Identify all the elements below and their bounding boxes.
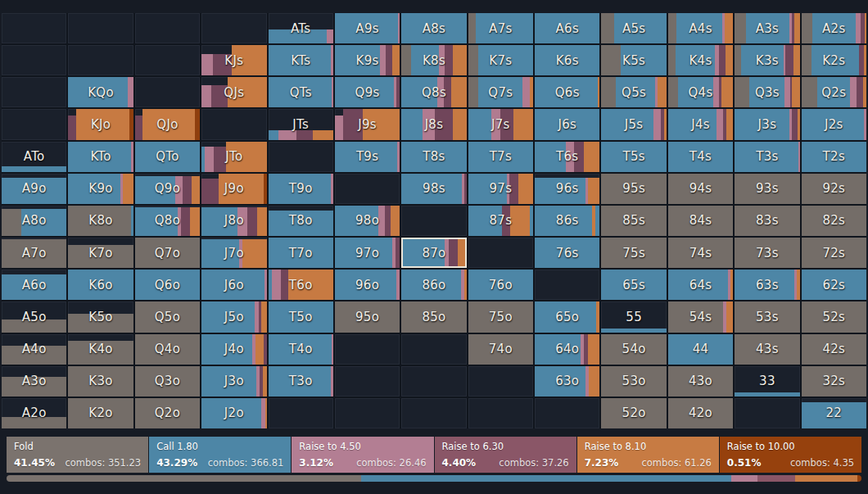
hand-cell-93s[interactable]: 93s <box>735 174 799 204</box>
hand-cell-ATs[interactable]: ATs <box>269 13 333 43</box>
hand-cell-42s[interactable]: 42s <box>802 334 866 365</box>
hand-cell-Q5o[interactable]: Q5o <box>135 301 200 332</box>
hand-cell-Q6s[interactable]: Q6s <box>535 77 599 107</box>
hand-cell-K2o[interactable]: K2o <box>68 398 133 428</box>
hand-cell-T4s[interactable]: T4s <box>668 142 733 172</box>
hand-cell-K7o[interactable]: K7o <box>68 238 133 268</box>
hand-cell-J2o[interactable]: J2o <box>201 398 266 428</box>
hand-cell-A3o[interactable]: A3o <box>2 366 66 397</box>
hand-cell-86s[interactable]: 86s <box>535 206 599 236</box>
hand-cell-92s[interactable]: 92s <box>802 174 866 204</box>
hand-cell-QJs[interactable]: QJs <box>201 77 266 107</box>
hand-cell-K8s[interactable]: K8s <box>401 45 466 75</box>
hand-cell-Q5s[interactable]: Q5s <box>601 77 666 107</box>
hand-cell-T7s[interactable]: T7s <box>468 142 533 172</box>
hand-cell-K5o[interactable]: K5o <box>68 301 133 332</box>
hand-cell-Q9o[interactable]: Q9o <box>135 174 200 204</box>
hand-cell-T2s[interactable]: T2s <box>802 142 866 172</box>
legend-raise-8-10[interactable]: Raise to 8.10 7.23% combos: 61.26 <box>577 437 719 473</box>
hand-cell-empty[interactable] <box>735 398 799 428</box>
hand-cell-KJs[interactable]: KJs <box>201 45 266 75</box>
hand-cell-empty[interactable] <box>201 109 266 139</box>
hand-cell-97o[interactable]: 97o <box>335 238 400 268</box>
hand-cell-A7s[interactable]: A7s <box>468 13 533 43</box>
hand-cell-empty[interactable] <box>535 270 599 300</box>
hand-cell-J5o[interactable]: J5o <box>201 301 266 332</box>
hand-cell-QJo[interactable]: QJo <box>135 109 200 139</box>
hand-cell-A7o[interactable]: A7o <box>2 238 66 268</box>
hand-cell-76o[interactable]: 76o <box>468 270 533 300</box>
hand-cell-T5o[interactable]: T5o <box>269 301 333 332</box>
hand-cell-22[interactable]: 22 <box>802 398 866 428</box>
hand-cell-A4s[interactable]: A4s <box>668 13 733 43</box>
hand-cell-T3s[interactable]: T3s <box>735 142 799 172</box>
hand-cell-98s[interactable]: 98s <box>401 174 466 204</box>
hand-cell-T6s[interactable]: T6s <box>535 142 599 172</box>
hand-cell-63o[interactable]: 63o <box>535 366 599 397</box>
hand-cell-64s[interactable]: 64s <box>668 270 733 300</box>
hand-cell-54o[interactable]: 54o <box>601 334 666 365</box>
hand-cell-KTs[interactable]: KTs <box>269 45 333 75</box>
hand-cell-J5s[interactable]: J5s <box>601 109 666 139</box>
hand-cell-32s[interactable]: 32s <box>802 366 866 397</box>
hand-cell-T6o[interactable]: T6o <box>269 270 333 300</box>
hand-cell-94s[interactable]: 94s <box>668 174 733 204</box>
hand-cell-K4s[interactable]: K4s <box>668 45 733 75</box>
hand-cell-Q3o[interactable]: Q3o <box>135 366 200 397</box>
legend-raise-10-00[interactable]: Raise to 10.00 0.51% combos: 4.35 <box>720 437 861 473</box>
hand-cell-87s[interactable]: 87s <box>468 206 533 236</box>
hand-cell-52o[interactable]: 52o <box>601 398 666 428</box>
hand-cell-empty[interactable] <box>401 334 466 365</box>
hand-cell-44[interactable]: 44 <box>668 334 733 365</box>
hand-cell-K3o[interactable]: K3o <box>68 366 133 397</box>
hand-cell-T5s[interactable]: T5s <box>601 142 666 172</box>
hand-cell-97s[interactable]: 97s <box>468 174 533 204</box>
hand-cell-85s[interactable]: 85s <box>601 206 666 236</box>
hand-cell-J4s[interactable]: J4s <box>668 109 733 139</box>
hand-cell-Q4s[interactable]: Q4s <box>668 77 733 107</box>
hand-cell-J8o[interactable]: J8o <box>201 206 266 236</box>
hand-cell-98o[interactable]: 98o <box>335 206 400 236</box>
hand-cell-J6o[interactable]: J6o <box>201 270 266 300</box>
hand-cell-empty[interactable] <box>335 334 400 365</box>
hand-cell-42o[interactable]: 42o <box>668 398 733 428</box>
hand-cell-KJo[interactable]: KJo <box>68 109 133 139</box>
hand-cell-82s[interactable]: 82s <box>802 206 866 236</box>
legend-raise-4-50[interactable]: Raise to 4.50 3.12% combos: 26.46 <box>292 437 433 473</box>
hand-cell-empty[interactable] <box>2 109 66 139</box>
hand-cell-52s[interactable]: 52s <box>802 301 866 332</box>
hand-cell-A2o[interactable]: A2o <box>2 398 66 428</box>
legend-raise-6-30[interactable]: Raise to 6.30 4.40% combos: 37.26 <box>435 437 576 473</box>
hand-cell-empty[interactable] <box>135 45 200 75</box>
hand-cell-empty[interactable] <box>135 77 200 107</box>
hand-cell-63s[interactable]: 63s <box>735 270 799 300</box>
hand-cell-Q8s[interactable]: Q8s <box>401 77 466 107</box>
hand-cell-86o[interactable]: 86o <box>401 270 466 300</box>
hand-cell-A9o[interactable]: A9o <box>2 174 66 204</box>
hand-cell-Q2o[interactable]: Q2o <box>135 398 200 428</box>
hand-cell-J7s[interactable]: J7s <box>468 109 533 139</box>
hand-cell-K8o[interactable]: K8o <box>68 206 133 236</box>
hand-cell-53o[interactable]: 53o <box>601 366 666 397</box>
hand-cell-Q8o[interactable]: Q8o <box>135 206 200 236</box>
hand-cell-empty[interactable] <box>68 13 133 43</box>
hand-cell-J3s[interactable]: J3s <box>735 109 799 139</box>
hand-cell-95o[interactable]: 95o <box>335 301 400 332</box>
hand-cell-64o[interactable]: 64o <box>535 334 599 365</box>
hand-cell-Q2s[interactable]: Q2s <box>802 77 866 107</box>
hand-cell-empty[interactable] <box>401 206 466 236</box>
hand-cell-55[interactable]: 55 <box>601 301 666 332</box>
hand-cell-empty[interactable] <box>335 366 400 397</box>
hand-cell-empty[interactable] <box>335 174 400 204</box>
hand-cell-KTo[interactable]: KTo <box>68 142 133 172</box>
hand-cell-empty[interactable] <box>335 398 400 428</box>
hand-cell-Q4o[interactable]: Q4o <box>135 334 200 365</box>
hand-cell-K5s[interactable]: K5s <box>601 45 666 75</box>
hand-cell-A5s[interactable]: A5s <box>601 13 666 43</box>
hand-cell-empty[interactable] <box>535 398 599 428</box>
hand-cell-J6s[interactable]: J6s <box>535 109 599 139</box>
hand-cell-A6o[interactable]: A6o <box>2 270 66 300</box>
hand-cell-K3s[interactable]: K3s <box>735 45 799 75</box>
hand-cell-empty[interactable] <box>2 77 66 107</box>
hand-cell-T8o[interactable]: T8o <box>269 206 333 236</box>
